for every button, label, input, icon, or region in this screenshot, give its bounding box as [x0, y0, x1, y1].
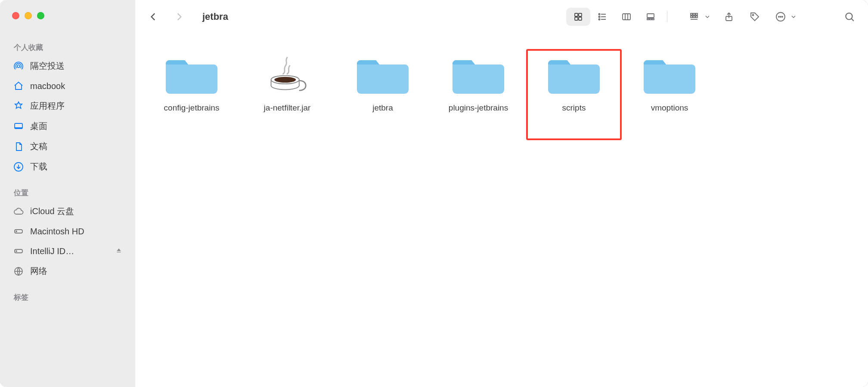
sidebar-section-favorites: 个人收藏: [0, 39, 135, 56]
file-item-scripts[interactable]: scripts: [526, 49, 622, 140]
ellipsis-circle-icon: [772, 9, 789, 25]
file-item-config-jetbrains[interactable]: config-jetbrains: [144, 49, 239, 140]
svg-rect-20: [691, 13, 692, 15]
folder-icon: [165, 52, 218, 95]
svg-point-14: [599, 19, 600, 20]
sidebar-item-intellij-id[interactable]: IntelliJ ID…: [0, 241, 135, 261]
file-item-vmoptions[interactable]: vmoptions: [622, 49, 717, 140]
tag-icon: [747, 9, 763, 25]
disk-icon: [13, 246, 24, 257]
chevron-down-icon: [704, 9, 711, 25]
svg-rect-19: [652, 18, 654, 20]
view-gallery-button[interactable]: [639, 8, 663, 26]
file-name: scripts: [562, 103, 586, 113]
icloud-icon: [13, 206, 24, 217]
svg-rect-16: [647, 14, 654, 18]
airdrop-icon: [13, 61, 24, 72]
sidebar-item-label: macbook: [30, 81, 131, 91]
view-icons-button[interactable]: [566, 8, 590, 26]
chevron-down-icon: [790, 9, 797, 25]
eject-icon[interactable]: [115, 246, 131, 256]
sidebar-item-macintosh-hd[interactable]: Macintosh HD: [0, 221, 135, 241]
view-list-button[interactable]: [590, 8, 614, 26]
main-area: jetbra: [135, 0, 868, 387]
file-name: ja-netfilter.jar: [264, 103, 311, 113]
sidebar-item-downloads[interactable]: 下载: [0, 157, 135, 177]
close-button[interactable]: [12, 12, 19, 19]
folder-icon: [643, 52, 696, 95]
forward-button[interactable]: [170, 7, 189, 26]
action-menu-button[interactable]: [772, 9, 797, 25]
jar-icon: [260, 52, 314, 95]
svg-point-30: [780, 16, 781, 17]
file-item-ja-netfilter[interactable]: ja-netfilter.jar: [239, 49, 335, 140]
file-item-jetbra[interactable]: jetbra: [335, 49, 431, 140]
file-item-plugins-jetbrains[interactable]: plugins-jetbrains: [431, 49, 526, 140]
sidebar-item-label: 下载: [30, 161, 131, 172]
nav-arrows: [144, 7, 189, 26]
svg-rect-22: [696, 13, 698, 15]
svg-point-0: [17, 65, 20, 68]
svg-rect-23: [691, 16, 692, 18]
toolbar-separator: [667, 11, 667, 22]
folder-icon: [547, 52, 601, 95]
search-button[interactable]: [841, 9, 858, 25]
sidebar-item-label: IntelliJ ID…: [30, 246, 109, 256]
view-columns-button[interactable]: [614, 8, 639, 26]
svg-rect-9: [579, 13, 582, 16]
svg-point-12: [599, 14, 600, 15]
svg-point-13: [599, 16, 600, 18]
svg-point-27: [753, 15, 754, 16]
disk-icon: [13, 226, 24, 237]
sidebar-item-applications[interactable]: 应用程序: [0, 96, 135, 116]
view-switcher: [566, 8, 670, 26]
fullscreen-button[interactable]: [37, 12, 44, 19]
toolbar-right-group: [686, 9, 858, 25]
sidebar-item-home[interactable]: macbook: [0, 76, 135, 96]
network-icon: [13, 266, 24, 277]
sidebar-item-network[interactable]: 网络: [0, 261, 135, 281]
svg-point-29: [778, 16, 779, 17]
folder-title: jetbra: [202, 11, 228, 22]
documents-icon: [13, 141, 24, 152]
sidebar-item-label: 文稿: [30, 141, 131, 152]
svg-point-35: [274, 77, 296, 83]
sidebar-section-locations: 位置: [0, 184, 135, 201]
home-icon: [13, 80, 24, 92]
tags-button[interactable]: [747, 9, 763, 25]
applications-icon: [13, 101, 24, 112]
svg-rect-11: [579, 17, 582, 20]
svg-rect-15: [623, 14, 630, 20]
sidebar-item-desktop[interactable]: 桌面: [0, 116, 135, 136]
minimize-button[interactable]: [25, 12, 32, 19]
share-button[interactable]: [721, 9, 737, 25]
sidebar-item-airdrop[interactable]: 隔空投送: [0, 56, 135, 76]
grid-group-icon: [686, 9, 703, 25]
file-name: config-jetbrains: [164, 103, 220, 113]
sidebar-item-documents[interactable]: 文稿: [0, 136, 135, 157]
svg-rect-18: [650, 18, 651, 20]
back-button[interactable]: [144, 7, 163, 26]
folder-icon: [452, 52, 505, 95]
toolbar: jetbra: [135, 0, 868, 34]
svg-rect-25: [696, 16, 698, 18]
search-icon: [841, 9, 858, 25]
sidebar-item-label: 网络: [30, 265, 131, 277]
group-by-button[interactable]: [686, 9, 711, 25]
window-controls: [0, 4, 135, 31]
svg-point-4: [16, 231, 17, 232]
sidebar: 个人收藏 隔空投送 macbook 应用程序 桌面: [0, 0, 135, 387]
file-name: vmoptions: [651, 103, 688, 113]
sidebar-item-label: Macintosh HD: [30, 227, 131, 236]
sidebar-item-label: 桌面: [30, 120, 131, 132]
sidebar-item-icloud[interactable]: iCloud 云盘: [0, 201, 135, 221]
svg-point-32: [846, 13, 852, 19]
svg-point-6: [16, 251, 17, 252]
sidebar-item-label: 应用程序: [30, 100, 131, 112]
sidebar-section-tags: 标签: [0, 289, 135, 306]
sidebar-item-label: iCloud 云盘: [30, 206, 131, 217]
svg-point-31: [782, 16, 783, 17]
svg-rect-24: [693, 16, 695, 18]
file-grid[interactable]: config-jetbrains ja-netfilter.jar: [135, 34, 868, 387]
file-name: jetbra: [372, 103, 393, 113]
